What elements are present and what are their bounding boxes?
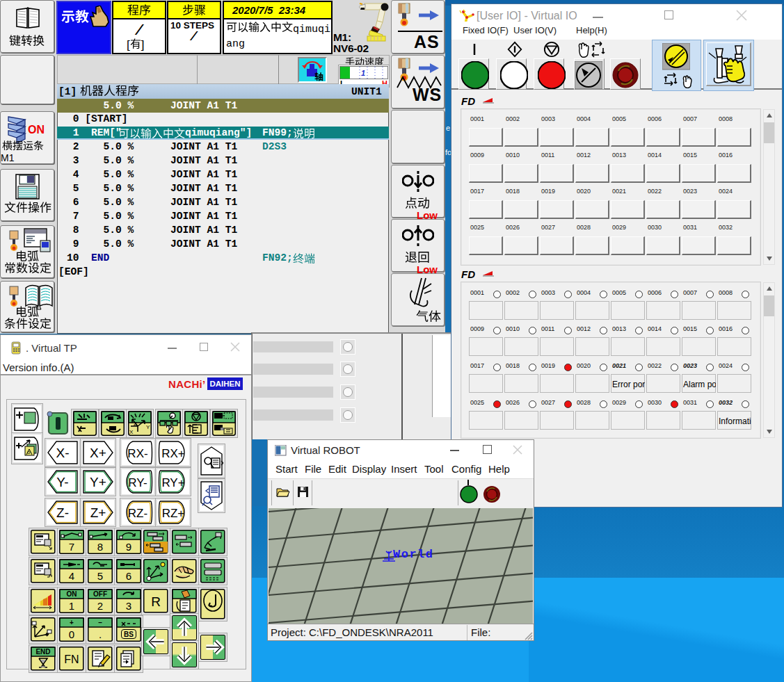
svg-text:RZ-: RZ- xyxy=(128,507,147,520)
svg-text:X-: X- xyxy=(56,446,70,460)
svg-text:Y-: Y- xyxy=(56,475,68,489)
svg-text:RX-: RX- xyxy=(127,447,147,460)
svg-text:6: 6 xyxy=(126,570,131,582)
svg-text:–: – xyxy=(98,619,102,626)
svg-text:o: o xyxy=(27,449,31,455)
svg-text:RX+: RX+ xyxy=(161,447,185,460)
svg-text:END: END xyxy=(35,648,50,656)
svg-text:0: 0 xyxy=(69,628,74,640)
svg-text:5: 5 xyxy=(97,570,103,582)
svg-text:Z: Z xyxy=(134,421,137,427)
svg-text:Y+: Y+ xyxy=(90,475,106,489)
svg-text:1: 1 xyxy=(69,600,74,612)
svg-text:RZ+: RZ+ xyxy=(162,507,185,520)
svg-text:Y: Y xyxy=(146,424,150,430)
svg-text:4: 4 xyxy=(69,570,74,582)
svg-text:+: + xyxy=(70,619,74,626)
svg-text:FN: FN xyxy=(64,653,79,665)
svg-text:7: 7 xyxy=(69,541,74,553)
svg-text:.: . xyxy=(99,628,102,640)
svg-text:9: 9 xyxy=(126,541,131,553)
svg-text:Z+: Z+ xyxy=(90,505,106,520)
svg-text:8: 8 xyxy=(97,541,103,553)
svg-text:X: X xyxy=(129,429,134,435)
svg-text:Z-: Z- xyxy=(56,505,69,520)
svg-text:X+: X+ xyxy=(90,446,106,460)
svg-text:RY-: RY- xyxy=(128,476,147,489)
svg-text:RY+: RY+ xyxy=(161,476,184,489)
svg-text:OFF: OFF xyxy=(93,590,107,598)
svg-text:2: 2 xyxy=(97,600,103,612)
svg-text:ON: ON xyxy=(67,590,77,598)
svg-text:3: 3 xyxy=(126,600,131,612)
svg-text:1: 1 xyxy=(361,69,365,77)
svg-text:R: R xyxy=(151,594,161,609)
